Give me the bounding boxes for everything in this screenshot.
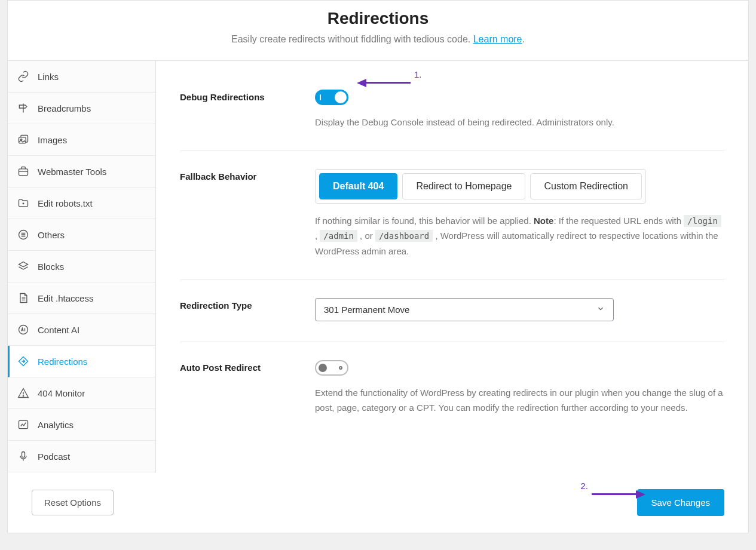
ai-icon bbox=[17, 324, 29, 336]
reset-options-button[interactable]: Reset Options bbox=[32, 490, 114, 515]
sidebar-item-label: Blocks bbox=[38, 262, 64, 272]
folder-icon bbox=[17, 197, 29, 209]
annotation-label-1: 1. bbox=[414, 69, 422, 79]
fallback-option-custom-redirection[interactable]: Custom Redirection bbox=[530, 173, 642, 199]
field-label: Redirection Type bbox=[180, 298, 315, 321]
sidebar: Links Breadcrumbs Images Webmaster Tools bbox=[8, 61, 156, 472]
sidebar-item-breadcrumbs[interactable]: Breadcrumbs bbox=[8, 93, 155, 124]
row-redirection-type: Redirection Type 301 Permanent Move bbox=[180, 280, 724, 342]
sidebar-item-redirections[interactable]: Redirections bbox=[8, 346, 155, 377]
images-icon bbox=[17, 134, 29, 146]
svg-rect-8 bbox=[22, 452, 25, 457]
row-auto-post-redirect: Auto Post Redirect Extend the functional… bbox=[180, 342, 724, 436]
redirect-icon bbox=[17, 355, 29, 367]
sidebar-item-label: Others bbox=[38, 230, 65, 240]
page-title: Redirections bbox=[20, 9, 736, 28]
page-subtitle: Easily create redirects without fiddling… bbox=[20, 34, 736, 45]
row-debug-redirections: Debug Redirections 1. Display the Debug … bbox=[180, 79, 724, 151]
list-icon bbox=[17, 229, 29, 241]
svg-point-5 bbox=[19, 325, 28, 334]
sidebar-item-label: Edit robots.txt bbox=[38, 198, 93, 208]
field-label: Debug Redirections bbox=[180, 90, 315, 130]
sidebar-item-content-ai[interactable]: Content AI bbox=[8, 314, 155, 346]
auto-post-redirect-toggle[interactable] bbox=[315, 360, 348, 376]
signpost-icon bbox=[17, 102, 29, 114]
sidebar-item-label: Edit .htaccess bbox=[38, 293, 93, 303]
sidebar-item-podcast[interactable]: Podcast bbox=[8, 441, 155, 472]
page-header: Redirections Easily create redirects wit… bbox=[8, 1, 748, 61]
field-label: Auto Post Redirect bbox=[180, 360, 315, 416]
sidebar-item-label: Links bbox=[38, 72, 59, 82]
sidebar-item-404-monitor[interactable]: 404 Monitor bbox=[8, 377, 155, 409]
fallback-option-default-404[interactable]: Default 404 bbox=[319, 173, 397, 199]
field-description: Display the Debug Console instead of bei… bbox=[315, 115, 724, 130]
sidebar-item-links[interactable]: Links bbox=[8, 61, 155, 93]
sidebar-item-label: Redirections bbox=[38, 357, 87, 367]
sidebar-item-label: Breadcrumbs bbox=[38, 103, 91, 113]
learn-more-link[interactable]: Learn more bbox=[473, 34, 522, 44]
sidebar-item-label: 404 Monitor bbox=[38, 388, 85, 398]
file-text-icon bbox=[17, 292, 29, 304]
sidebar-item-label: Webmaster Tools bbox=[38, 167, 106, 177]
debug-redirections-toggle[interactable] bbox=[315, 90, 348, 105]
redirection-type-select[interactable]: 301 Permanent Move bbox=[315, 298, 614, 321]
warning-icon bbox=[17, 387, 29, 399]
svg-rect-2 bbox=[19, 169, 28, 176]
mic-icon bbox=[17, 450, 29, 462]
sidebar-item-label: Analytics bbox=[38, 420, 74, 430]
field-description: Extend the functionality of WordPress by… bbox=[315, 385, 724, 416]
sidebar-item-label: Images bbox=[38, 135, 67, 145]
sidebar-item-webmaster-tools[interactable]: Webmaster Tools bbox=[8, 156, 155, 188]
briefcase-icon bbox=[17, 165, 29, 177]
annotation-arrow-1 bbox=[357, 79, 411, 87]
sidebar-item-edit-htaccess[interactable]: Edit .htaccess bbox=[8, 282, 155, 314]
field-label: Fallback Behavior bbox=[180, 169, 315, 259]
svg-point-3 bbox=[23, 203, 24, 204]
row-fallback-behavior: Fallback Behavior Default 404 Redirect t… bbox=[180, 151, 724, 280]
annotation-arrow-2 bbox=[592, 490, 645, 499]
fallback-option-redirect-homepage[interactable]: Redirect to Homepage bbox=[402, 173, 525, 199]
main-content: Debug Redirections 1. Display the Debug … bbox=[156, 61, 748, 472]
links-icon bbox=[17, 70, 29, 82]
annotation-label-2: 2. bbox=[580, 481, 588, 491]
sidebar-item-blocks[interactable]: Blocks bbox=[8, 251, 155, 282]
field-description: If nothing similar is found, this behavi… bbox=[315, 213, 724, 259]
sidebar-item-label: Content AI bbox=[38, 325, 79, 335]
select-value: 301 Permanent Move bbox=[324, 305, 409, 315]
svg-point-6 bbox=[23, 395, 23, 396]
sidebar-item-label: Podcast bbox=[38, 451, 70, 462]
sidebar-item-analytics[interactable]: Analytics bbox=[8, 409, 155, 441]
footer-actions: Reset Options 2. Save Changes bbox=[8, 472, 748, 533]
layers-icon bbox=[17, 260, 29, 272]
sidebar-item-others[interactable]: Others bbox=[8, 219, 155, 251]
sidebar-item-edit-robots[interactable]: Edit robots.txt bbox=[8, 188, 155, 219]
save-changes-button[interactable]: Save Changes bbox=[637, 489, 724, 516]
analytics-icon bbox=[17, 419, 29, 431]
fallback-behavior-segmented: Default 404 Redirect to Homepage Custom … bbox=[315, 169, 646, 204]
sidebar-item-images[interactable]: Images bbox=[8, 124, 155, 156]
chevron-down-icon bbox=[596, 305, 605, 315]
